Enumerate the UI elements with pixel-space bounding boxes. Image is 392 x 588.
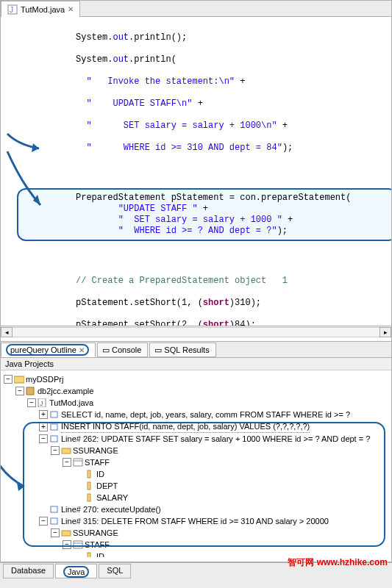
collapse-icon[interactable]: − [15,387,24,395]
tree-column-salary[interactable]: SALARY [2,492,390,503]
tree-project[interactable]: −myDSDPrj [2,373,390,385]
svg-text:J: J [40,400,43,407]
svg-rect-12 [74,459,82,466]
tree-sql-insert[interactable]: +INSERT INTO STAFF(id, name, dept, job, … [2,420,390,433]
tree-execute[interactable]: Line# 270: executeUpdate() [2,503,390,515]
tree-sql-update[interactable]: −Line# 262: UPDATE STAFF SET salary = sa… [2,433,390,445]
expand-icon[interactable]: + [39,410,48,419]
column-icon [85,552,95,557]
package-icon [26,387,36,395]
collapse-icon[interactable]: − [63,458,71,467]
project-icon [14,375,24,384]
sql-icon [49,505,60,514]
tab-console[interactable]: ▭ Console [97,343,148,357]
svg-rect-11 [62,448,71,453]
svg-rect-20 [74,541,82,548]
column-icon [85,481,95,490]
outline-tree[interactable]: −myDSDPrj −db2jcc.example −JTutMod.java … [1,370,391,557]
scroll-left-button[interactable]: ◂ [1,327,13,337]
svg-rect-9 [51,424,57,430]
sql-icon [49,434,60,443]
views-pane: pureQuery Outline ✕ ▭ Console ▭ SQL Resu… [0,342,392,562]
tab-sql-results[interactable]: ▭ SQL Results [149,343,215,357]
tree-sql-delete[interactable]: −Line# 315: DELETE FROM STAFF WHERE id >… [2,515,390,527]
view-tab-label: SQL Results [164,345,209,354]
svg-rect-18 [51,518,57,524]
svg-rect-22 [88,553,90,557]
table-icon [73,540,83,549]
svg-rect-8 [51,412,57,417]
watermark-text: 智可网 www.hzhike.com [288,556,388,569]
svg-rect-15 [88,482,90,490]
svg-rect-4 [14,376,24,383]
perspective-java[interactable]: Java [55,564,97,578]
sql-icon [49,410,60,419]
column-icon [85,493,95,502]
tree-column-dept[interactable]: DEPT [2,480,390,492]
tree-table[interactable]: −STAFF [2,539,390,551]
close-icon[interactable]: ✕ [79,346,85,354]
tree-table[interactable]: −STAFF [2,456,390,468]
svg-rect-10 [51,436,57,442]
collapse-icon[interactable]: − [51,446,60,455]
svg-rect-16 [88,494,90,501]
schema-icon [61,528,71,537]
tree-schema[interactable]: −SSURANGE [2,445,390,456]
view-tab-label: Console [112,345,141,354]
tree-schema[interactable]: −SSURANGE [2,527,390,539]
sql-results-icon: ▭ [154,345,162,355]
editor-tab-bar: J TutMod.java ✕ [1,1,391,17]
svg-rect-5 [26,387,34,395]
collapse-icon[interactable]: − [51,528,60,537]
editor-pane: J TutMod.java ✕ System.out.println(); Sy… [0,0,392,342]
view-tab-label: pureQuery Outline [10,345,76,354]
collapse-icon[interactable]: − [39,434,48,443]
close-icon[interactable]: ✕ [68,5,74,13]
collapse-icon[interactable]: − [4,375,13,384]
editor-tab-tutmod[interactable]: J TutMod.java ✕ [1,1,80,17]
tree-sql-select[interactable]: +SELECT id, name, dept, job, years, sala… [2,409,390,420]
projects-header: Java Projects [1,358,391,370]
highlighted-code-block: PreparedStatement pStatement = con.prepa… [17,188,391,241]
collapse-icon[interactable]: − [63,540,71,549]
java-file-icon: J [7,4,18,15]
svg-rect-14 [88,470,90,478]
sql-icon [49,423,60,431]
view-tab-bar: pureQuery Outline ✕ ▭ Console ▭ SQL Resu… [1,342,391,358]
java-file-icon: J [38,398,48,407]
collapse-icon[interactable]: − [27,398,36,407]
tree-column-id[interactable]: ID [2,468,390,480]
tree-file[interactable]: −JTutMod.java [2,397,390,409]
sql-icon [49,517,60,526]
expand-icon[interactable]: + [39,423,48,431]
editor-tab-label: TutMod.java [21,5,65,14]
collapse-icon[interactable]: − [39,517,48,526]
code-editor[interactable]: System.out.println(); System.out.println… [1,17,391,326]
svg-rect-19 [62,531,71,536]
scroll-right-button[interactable]: ▸ [379,327,391,337]
perspective-sql[interactable]: SQL [99,564,131,578]
tab-purequery-outline[interactable]: pureQuery Outline ✕ [1,343,96,357]
table-icon [73,458,83,467]
scrollbar-track[interactable] [13,327,379,337]
svg-rect-17 [51,506,57,512]
horizontal-scrollbar[interactable]: ◂ ▸ [1,326,391,337]
tree-package[interactable]: −db2jcc.example [2,385,390,397]
schema-icon [61,446,71,455]
svg-text:J: J [10,6,13,14]
column-icon [85,470,95,478]
console-icon: ▭ [102,345,110,355]
perspective-database[interactable]: Database [3,564,54,578]
